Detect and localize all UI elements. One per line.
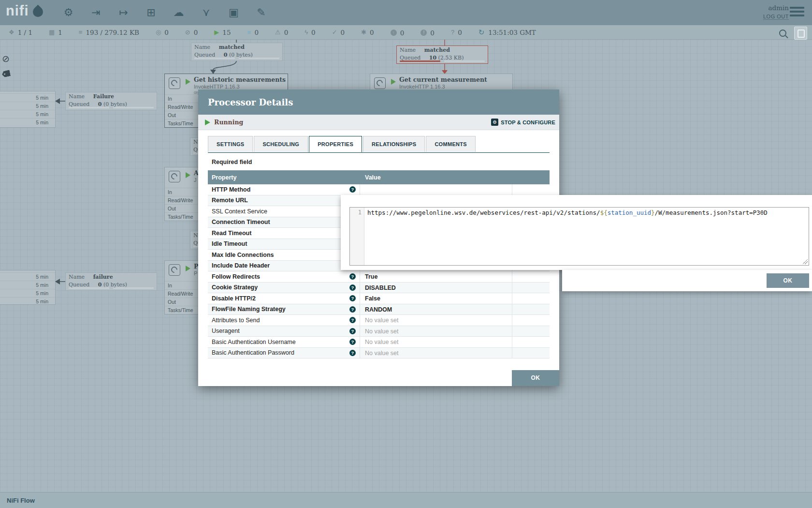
nifi-droplet-icon — [30, 5, 45, 19]
line-number-gutter: 1 — [350, 208, 364, 265]
status-bar: ❖1 / 1▦1≡193 / 279.12 KB◎0⊘0▶15■0⚠0ϟ0✓0✱… — [0, 25, 812, 40]
processor-type: InvokeHTTP 1.16.3 — [399, 84, 487, 90]
run-status-icon — [186, 79, 190, 85]
help-icon[interactable]: ? — [349, 328, 356, 334]
tab-relationships[interactable]: RELATIONSHIPS — [363, 136, 425, 152]
status-queued: ≡193 / 279.12 KB — [79, 29, 139, 36]
property-value[interactable]: No value set — [360, 326, 512, 337]
drag-input-port-icon[interactable]: ⇥ — [88, 5, 103, 20]
search-icon[interactable] — [779, 30, 786, 37]
connection-label-top-matched[interactable]: Name matchedQueued 0 (0 bytes) — [191, 43, 283, 61]
queued-icon: ≡ — [79, 29, 83, 36]
drag-output-port-icon[interactable]: ↦ — [116, 5, 131, 20]
connection-label-right-matched[interactable]: Name matchedQueued 10 (2.53 KB) — [396, 45, 488, 64]
property-name: Follow Redirects — [212, 273, 260, 280]
property-row[interactable]: Follow Redirects?True — [208, 271, 550, 283]
connection-name: matched — [219, 44, 245, 50]
property-row[interactable]: Attributes to Send?No value set — [208, 315, 550, 326]
property-name: Remote URL — [212, 197, 248, 204]
drag-funnel-icon[interactable]: ⋎ — [199, 5, 214, 20]
property-value[interactable]: DISABLED — [360, 283, 512, 293]
status-locally-modified-stale: !0 — [420, 29, 435, 37]
running-icon — [205, 120, 210, 125]
property-row[interactable]: Cookie Strategy?DISABLED — [208, 283, 550, 294]
tab-properties[interactable]: PROPERTIES — [309, 136, 362, 152]
property-value[interactable]: No value set — [360, 337, 512, 347]
drag-label-icon[interactable]: ✎ — [254, 5, 269, 20]
help-icon[interactable]: ? — [349, 339, 356, 345]
tab-comments[interactable]: COMMENTS — [426, 136, 476, 152]
queue-indicator-bars — [69, 287, 154, 289]
breadcrumb-bar: NiFi Flow — [0, 492, 812, 508]
property-row[interactable]: Disable HTTP/2?False — [208, 293, 550, 304]
status-disabled: ϟ0 — [304, 29, 315, 36]
status-transmitting: ◎0 — [156, 29, 169, 36]
processor-type: P — [194, 270, 198, 276]
disabled-icon: ϟ — [304, 29, 308, 36]
property-value[interactable]: No value set — [360, 315, 512, 326]
drag-process-group-icon[interactable]: ⊞ — [144, 5, 159, 20]
connection-label-bottom-failure[interactable]: Name failureQueued 0 (0 bytes) — [65, 272, 157, 291]
tab-settings[interactable]: SETTINGS — [208, 136, 253, 152]
resize-handle-icon[interactable] — [803, 259, 808, 264]
property-row[interactable]: FlowFile Naming Strategy?RANDOM — [208, 304, 550, 315]
help-icon[interactable]: ? — [349, 306, 356, 313]
logout-link[interactable]: LOG OUT — [763, 14, 789, 20]
queue-indicator-bars — [69, 107, 154, 108]
nifi-logo: nifi — [6, 3, 43, 19]
help-icon[interactable]: ? — [349, 284, 356, 291]
help-icon[interactable]: ? — [349, 317, 356, 323]
processor-stats-fragment[interactable]: 5 min5 min5 min5 min — [0, 270, 56, 305]
run-state-label: Running — [214, 119, 243, 126]
component-toolbar: ⚙⇥↦⊞☁⋎▣✎ — [61, 5, 269, 20]
drag-template-icon[interactable]: ▣ — [226, 5, 241, 20]
transmitting-icon: ◎ — [156, 29, 161, 36]
panel-toggle-button[interactable] — [794, 27, 807, 40]
connection-name: failure — [93, 274, 113, 280]
value-editor-popup: 1 https://www.pegelonline.wsv.de/webserv… — [341, 195, 812, 270]
property-name: Disable HTTP/2 — [212, 295, 256, 302]
property-value[interactable]: No value set — [360, 348, 512, 359]
property-row[interactable]: Basic Authentication Username?No value s… — [208, 337, 550, 348]
property-value[interactable] — [360, 184, 512, 195]
property-value[interactable]: False — [360, 293, 512, 304]
property-name: SSL Context Service — [212, 208, 267, 215]
property-row[interactable]: Useragent?No value set — [208, 326, 550, 337]
processor-icon — [169, 77, 180, 89]
help-icon[interactable]: ? — [349, 186, 356, 193]
locally-modified-icon: ✱ — [361, 29, 366, 36]
processor-icon — [169, 264, 180, 276]
dialog-status-row: Running ⚙ STOP & CONFIGURE — [198, 115, 559, 130]
remote-url-value[interactable]: https://www.pegelonline.wsv.de/webservic… — [364, 208, 809, 265]
value-editor-footer: OK — [562, 270, 812, 291]
stop-and-configure-button[interactable]: ⚙ STOP & CONFIGURE — [491, 119, 555, 126]
connection-label-left-failure[interactable]: Name FailureQueued 0 (0 bytes) — [65, 92, 157, 110]
expression-close: } — [651, 209, 655, 216]
property-value[interactable]: RANDOM — [360, 304, 512, 315]
current-user: admin — [763, 4, 789, 12]
drag-remote-process-group-icon[interactable]: ☁ — [171, 5, 186, 20]
property-value[interactable]: True — [360, 271, 512, 282]
refresh-icon[interactable]: ↻ — [478, 28, 485, 37]
dialog-tabs: SETTINGSSCHEDULINGPROPERTIESRELATIONSHIP… — [208, 136, 550, 153]
value-editor[interactable]: 1 https://www.pegelonline.wsv.de/webserv… — [349, 207, 809, 266]
help-icon[interactable]: ? — [349, 350, 356, 356]
property-name: Include Date Header — [212, 262, 270, 269]
tab-scheduling[interactable]: SCHEDULING — [254, 136, 308, 152]
property-row[interactable]: Basic Authentication Password?No value s… — [208, 348, 550, 359]
help-icon[interactable]: ? — [349, 295, 356, 301]
dialog-ok-button[interactable]: OK — [512, 370, 559, 386]
invalid-icon: ⚠ — [275, 29, 281, 36]
property-row[interactable]: HTTP Method? — [208, 184, 550, 195]
cluster-icon: ❖ — [9, 29, 14, 36]
connection-name: matched — [424, 47, 450, 53]
status-stale: ↑0 — [391, 29, 405, 37]
breadcrumb-nifi-flow[interactable]: NiFi Flow — [7, 497, 35, 504]
editor-ok-button[interactable]: OK — [767, 273, 809, 288]
property-name: Max Idle Connections — [212, 252, 274, 258]
drag-processor-icon[interactable]: ⚙ — [61, 5, 76, 20]
nifi-logo-text: nifi — [6, 3, 29, 19]
processor-stats-fragment[interactable]: 5 min5 min5 min5 min — [0, 91, 56, 128]
help-icon[interactable]: ? — [349, 273, 356, 280]
global-menu-icon[interactable] — [790, 7, 804, 18]
